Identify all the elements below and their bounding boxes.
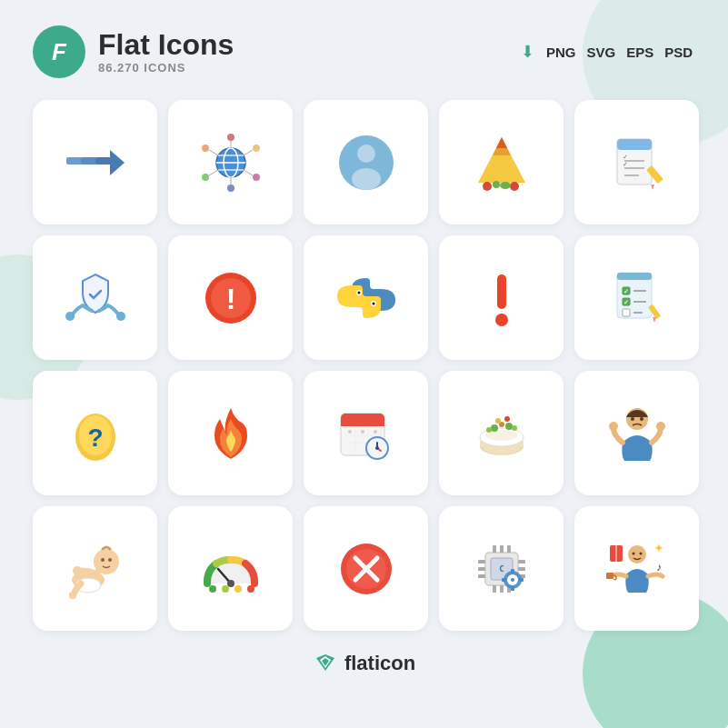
icon-card-food-pyramid[interactable] — [439, 100, 563, 224]
icon-card-cpu-gear[interactable]: C — [439, 506, 563, 631]
icon-card-food-bowl[interactable] — [439, 371, 563, 495]
question-egg-icon: ? — [63, 401, 128, 466]
svg-point-48 — [372, 302, 374, 304]
svg-rect-52 — [617, 273, 652, 280]
svg-point-9 — [202, 145, 209, 152]
svg-point-102 — [108, 558, 112, 562]
svg-text:✓: ✓ — [623, 154, 628, 160]
svg-point-41 — [116, 312, 125, 321]
svg-point-46 — [357, 291, 360, 294]
svg-line-16 — [244, 150, 253, 155]
stressed-person-icon — [604, 401, 670, 466]
header-title: Flat Icons — [98, 29, 234, 61]
icon-card-checklist-document[interactable]: ✓ ✓ — [574, 100, 699, 224]
svg-text:✓: ✓ — [623, 161, 628, 167]
svg-rect-116 — [478, 560, 485, 563]
icon-card-exclamation[interactable] — [439, 235, 563, 360]
svg-point-96 — [640, 417, 643, 421]
svg-text:♪: ♪ — [656, 561, 662, 573]
svg-point-101 — [69, 592, 76, 599]
header-subtitle: 86.270 ICONS — [98, 61, 234, 75]
global-network-icon — [198, 130, 264, 195]
svg-point-12 — [253, 174, 260, 181]
icon-card-handshake-security[interactable] — [33, 235, 157, 360]
handshake-security-icon — [63, 265, 128, 331]
svg-point-10 — [253, 145, 260, 152]
icon-card-python[interactable] — [304, 235, 428, 360]
svg-point-136 — [628, 545, 646, 563]
svg-text:✓: ✓ — [623, 299, 629, 305]
icon-grid: ✓ ✓ — [33, 100, 695, 631]
svg-point-85 — [491, 424, 498, 432]
icon-card-baby[interactable] — [33, 506, 157, 631]
checklist-document-icon: ✓ ✓ — [604, 130, 670, 195]
svg-rect-123 — [500, 545, 504, 553]
svg-marker-26 — [496, 137, 507, 148]
flaticon-logo[interactable]: flaticon — [313, 651, 415, 676]
svg-point-95 — [631, 417, 634, 421]
svg-point-30 — [500, 182, 511, 189]
icon-card-speedometer[interactable] — [168, 506, 293, 631]
svg-text:✓: ✓ — [623, 288, 629, 294]
icon-card-task-checklist[interactable]: ✓ ✓ — [574, 235, 699, 360]
icon-card-calendar-time[interactable] — [304, 371, 428, 495]
svg-point-94 — [656, 422, 665, 431]
icon-card-global-network[interactable] — [168, 100, 293, 224]
svg-point-27 — [483, 182, 492, 191]
main-container: F Flat Icons 86.270 ICONS ⬇ PNG SVG EPS … — [0, 0, 728, 694]
svg-text:C: C — [499, 564, 504, 573]
format-png[interactable]: PNG — [546, 45, 576, 60]
svg-rect-119 — [518, 560, 525, 563]
download-icon: ⬇ — [521, 42, 534, 62]
svg-point-50 — [495, 314, 508, 326]
svg-point-107 — [222, 585, 229, 593]
svg-point-40 — [65, 312, 75, 321]
svg-point-13 — [227, 134, 234, 141]
header-left: F Flat Icons 86.270 ICONS — [33, 25, 234, 78]
icon-card-hobbies-person[interactable]: ♪ ✦ — [574, 506, 699, 631]
svg-rect-49 — [497, 274, 506, 309]
svg-rect-118 — [478, 574, 485, 578]
logo-letter: F — [52, 38, 66, 66]
svg-rect-134 — [519, 578, 524, 582]
icon-card-fire[interactable] — [168, 371, 293, 495]
svg-point-105 — [227, 580, 234, 587]
svg-rect-126 — [500, 585, 504, 593]
header: F Flat Icons 86.270 ICONS ⬇ PNG SVG EPS … — [33, 25, 695, 78]
svg-line-17 — [209, 170, 218, 175]
svg-rect-32 — [617, 139, 652, 150]
svg-point-29 — [510, 182, 519, 191]
svg-text:?: ? — [87, 424, 103, 452]
svg-rect-124 — [507, 545, 511, 553]
food-bowl-icon — [469, 401, 534, 466]
svg-rect-0 — [66, 157, 83, 165]
svg-point-108 — [234, 585, 242, 593]
flaticon-brand-text: flaticon — [344, 652, 415, 675]
svg-text:✦: ✦ — [653, 541, 664, 555]
format-psd[interactable]: PSD — [664, 45, 693, 60]
format-svg[interactable]: SVG — [586, 45, 615, 60]
task-checklist-icon: ✓ ✓ — [604, 265, 670, 331]
icon-card-error-warning[interactable]: ! — [168, 235, 293, 360]
svg-line-18 — [244, 170, 253, 175]
forward-arrow-icon — [63, 130, 128, 195]
icon-card-forward-arrow[interactable] — [33, 100, 157, 224]
icon-card-close-error[interactable] — [304, 506, 428, 631]
format-eps[interactable]: EPS — [626, 45, 653, 60]
svg-rect-133 — [511, 586, 514, 591]
icon-card-question-egg[interactable]: ? — [33, 371, 157, 495]
svg-point-93 — [609, 422, 618, 431]
icon-card-user-profile[interactable] — [304, 100, 428, 224]
svg-point-131 — [511, 578, 514, 582]
svg-point-142 — [632, 552, 634, 554]
python-logo-icon — [334, 265, 399, 331]
svg-point-74 — [348, 430, 352, 434]
icon-card-stressed-person[interactable] — [574, 371, 699, 495]
error-warning-icon: ! — [198, 265, 264, 331]
svg-point-88 — [486, 427, 492, 433]
svg-point-89 — [512, 425, 517, 431]
svg-text:!: ! — [225, 283, 235, 315]
svg-point-86 — [505, 423, 513, 430]
cpu-gear-icon: C — [469, 536, 534, 602]
svg-point-28 — [493, 181, 500, 188]
